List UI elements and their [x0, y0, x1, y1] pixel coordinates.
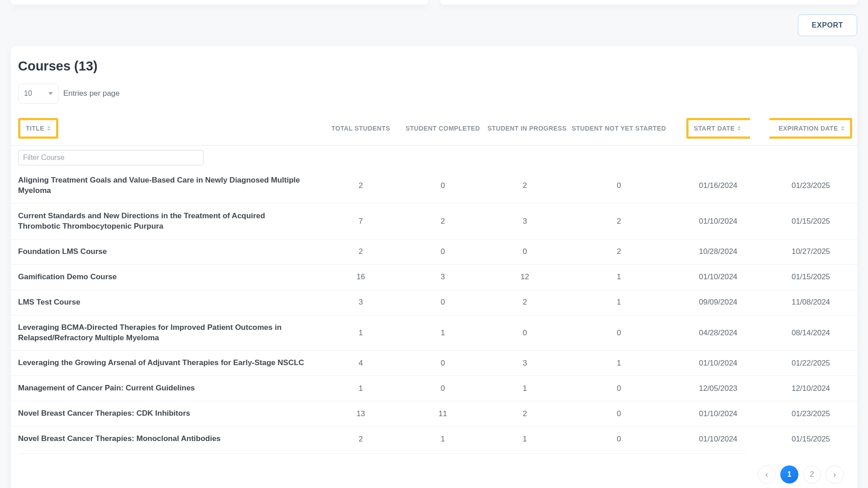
cell-in-progress: 2 — [484, 290, 566, 315]
table-row: LMS Test Course302109/09/202411/08/2024 — [11, 290, 857, 315]
column-header-start-date[interactable]: START DATE — [672, 112, 764, 145]
cell-expiration-date: 01/22/2025 — [764, 351, 857, 376]
entries-per-page-label: Entries per page — [63, 89, 120, 98]
column-header-total-students[interactable]: TOTAL STUDENTS — [320, 112, 402, 145]
cell-total: 1 — [320, 315, 402, 351]
table-row: Current Standards and New Directions in … — [11, 203, 857, 239]
table-row: Leveraging BCMA-Directed Therapies for I… — [11, 315, 857, 351]
table-row: Leveraging the Growing Arsenal of Adjuva… — [11, 351, 857, 376]
cell-title[interactable]: Management of Cancer Pain: Current Guide… — [11, 376, 320, 401]
cell-not-started: 2 — [566, 203, 672, 239]
column-header-student-in-progress[interactable]: STUDENT IN PROGRESS — [484, 112, 566, 145]
table-row: Management of Cancer Pain: Current Guide… — [11, 376, 857, 401]
cell-title[interactable]: Leveraging BCMA-Directed Therapies for I… — [11, 315, 320, 351]
column-header-title[interactable]: TITLE — [11, 112, 320, 145]
cell-expiration-date: 12/10/2024 — [764, 376, 857, 401]
cell-title[interactable]: Foundation LMS Course — [11, 239, 320, 264]
cell-expiration-date: 11/08/2024 — [764, 290, 857, 315]
chevron-down-icon — [48, 92, 53, 95]
cell-start-date: 01/10/2024 — [672, 401, 764, 427]
cell-expiration-date: 08/14/2024 — [764, 315, 857, 351]
cell-completed: 0 — [402, 239, 484, 264]
cell-in-progress: 0 — [484, 315, 566, 351]
cell-total: 4 — [320, 351, 402, 376]
cell-start-date: 09/09/2024 — [672, 290, 764, 315]
cell-in-progress: 3 — [484, 351, 566, 376]
column-header-student-completed[interactable]: STUDENT COMPLETED — [402, 112, 484, 145]
cell-total: 2 — [320, 427, 402, 451]
cell-start-date: 01/10/2024 — [672, 264, 764, 290]
cell-expiration-date: 10/27/2025 — [764, 239, 857, 264]
pagination-next[interactable]: › — [826, 465, 844, 483]
cell-completed: 2 — [402, 203, 484, 239]
cell-title[interactable]: LMS Test Course — [11, 290, 320, 315]
cell-start-date: 01/10/2024 — [672, 351, 764, 376]
cell-expiration-date: 01/15/2025 — [764, 264, 857, 290]
cell-start-date: 01/16/2024 — [672, 168, 764, 203]
cell-title[interactable]: Gamification Demo Course — [11, 264, 320, 290]
pagination-page[interactable]: 1 — [780, 465, 798, 483]
cell-start-date: 04/28/2024 — [672, 315, 764, 351]
cell-title[interactable]: Novel Breast Cancer Therapies: CDK Inhib… — [11, 401, 320, 427]
cell-completed: 11 — [402, 401, 484, 427]
cell-in-progress: 1 — [484, 376, 566, 401]
cell-completed: 0 — [402, 376, 484, 401]
cell-start-date: 01/10/2024 — [672, 427, 764, 451]
entries-per-page-value: 10 — [24, 89, 32, 98]
cell-in-progress: 1 — [484, 427, 566, 451]
cell-expiration-date: 01/15/2025 — [764, 427, 857, 451]
cell-total: 2 — [320, 239, 402, 264]
cell-not-started: 0 — [566, 401, 672, 427]
top-card-right — [440, 0, 857, 5]
pagination-page[interactable]: 2 — [803, 465, 821, 483]
cell-completed: 1 — [402, 427, 484, 451]
sort-icon — [47, 126, 51, 131]
table-row: Novel Breast Cancer Therapies: Monoclona… — [11, 427, 857, 451]
column-header-student-not-yet-started[interactable]: STUDENT NOT YET STARTED — [566, 112, 672, 145]
cell-not-started: 0 — [566, 168, 672, 203]
cell-expiration-date: 01/23/2025 — [764, 168, 857, 203]
cell-total: 1 — [320, 376, 402, 401]
cell-not-started: 1 — [566, 290, 672, 315]
sort-icon — [841, 126, 844, 131]
cell-total: 7 — [320, 203, 402, 239]
cell-not-started: 0 — [566, 315, 672, 351]
cell-completed: 0 — [402, 351, 484, 376]
courses-table: TITLE TOTAL STUDENTS STUDENT COMPLETED S… — [11, 112, 857, 451]
cell-title[interactable]: Current Standards and New Directions in … — [11, 203, 320, 239]
cell-not-started: 2 — [566, 239, 672, 264]
cell-start-date: 12/05/2023 — [672, 376, 764, 401]
cell-expiration-date: 01/23/2025 — [764, 401, 857, 427]
sort-icon — [737, 126, 741, 131]
cell-completed: 1 — [402, 315, 484, 351]
cell-not-started: 0 — [566, 376, 672, 401]
export-button[interactable]: EXPORT — [798, 14, 857, 36]
table-row: Foundation LMS Course200210/28/202410/27… — [11, 239, 857, 264]
page-title: Courses (13) — [18, 59, 857, 74]
cell-title[interactable]: Leveraging the Growing Arsenal of Adjuva… — [11, 351, 320, 376]
cell-total: 16 — [320, 264, 402, 290]
pagination: ‹ 12 › — [11, 454, 857, 483]
table-row: Novel Breast Cancer Therapies: CDK Inhib… — [11, 401, 857, 427]
cell-completed: 3 — [402, 264, 484, 290]
cell-not-started: 0 — [566, 427, 672, 451]
cell-total: 13 — [320, 401, 402, 427]
column-header-expiration-date[interactable]: EXPIRATION DATE — [764, 112, 857, 145]
cell-title[interactable]: Aligning Treatment Goals and Value-Based… — [11, 168, 320, 203]
filter-course-input[interactable] — [18, 150, 203, 165]
table-row: Gamification Demo Course16312101/10/2024… — [11, 264, 857, 290]
cell-in-progress: 2 — [484, 168, 566, 203]
top-cards — [0, 0, 868, 5]
top-card-left — [11, 0, 428, 5]
cell-in-progress: 12 — [484, 264, 566, 290]
cell-expiration-date: 01/15/2025 — [764, 203, 857, 239]
cell-completed: 0 — [402, 290, 484, 315]
entries-per-page-select[interactable]: 10 — [18, 84, 59, 103]
cell-title[interactable]: Novel Breast Cancer Therapies: Monoclona… — [11, 427, 320, 451]
pagination-prev[interactable]: ‹ — [758, 465, 776, 483]
cell-in-progress: 0 — [484, 239, 566, 264]
courses-panel: Courses (13) 10 Entries per page TITLE T… — [11, 46, 857, 488]
cell-in-progress: 2 — [484, 401, 566, 427]
cell-total: 3 — [320, 290, 402, 315]
cell-start-date: 01/10/2024 — [672, 203, 764, 239]
